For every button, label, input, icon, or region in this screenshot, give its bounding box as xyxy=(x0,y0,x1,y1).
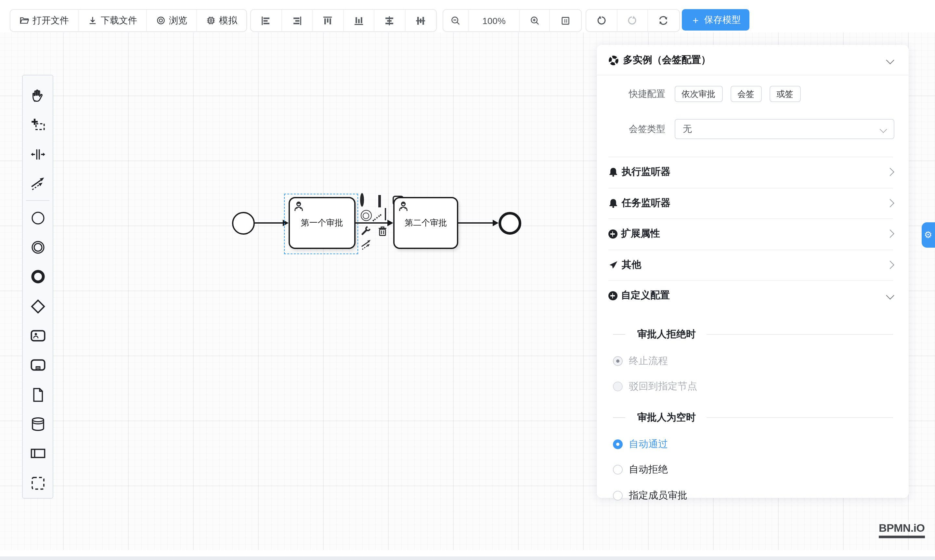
create-end-event-button[interactable] xyxy=(25,262,51,292)
end-event-shape[interactable] xyxy=(498,212,521,234)
preview-button[interactable]: 浏览 xyxy=(147,10,197,31)
fit-viewport-button[interactable] xyxy=(550,10,581,31)
save-model-button[interactable]: ＋ 保存模型 xyxy=(682,9,749,31)
section-label: 执行监听器 xyxy=(622,166,670,178)
zoom-level-display: 100% xyxy=(469,10,520,31)
global-connect-tool-icon xyxy=(29,176,46,192)
section-extension-properties[interactable]: 扩展属性 xyxy=(597,218,908,249)
trash-icon xyxy=(378,226,388,237)
create-data-store-button[interactable] xyxy=(25,409,51,439)
section-execution-listener[interactable]: 执行监听器 xyxy=(597,157,908,188)
connect-arrows-icon xyxy=(361,239,372,251)
panel-header[interactable]: 多实例（会签配置） xyxy=(597,45,908,75)
align-left-button[interactable] xyxy=(251,10,282,31)
create-subprocess-button[interactable] xyxy=(25,350,51,380)
sequence-flow-2[interactable] xyxy=(355,222,388,224)
empty-title: 审批人为空时 xyxy=(637,411,696,424)
quick-option-countersign-button[interactable]: 会签 xyxy=(730,86,761,102)
settings-tab-button[interactable]: ⚙ xyxy=(921,222,935,247)
sign-type-select[interactable]: 无 xyxy=(674,119,894,139)
redo-button[interactable] xyxy=(617,10,648,31)
palette-divider xyxy=(26,200,49,201)
lasso-tool-button[interactable] xyxy=(25,110,51,140)
task-1-shape[interactable]: 第一个审批 xyxy=(289,197,355,249)
space-tool-button[interactable] xyxy=(25,139,51,169)
section-custom-config[interactable]: 自定义配置 xyxy=(597,280,908,311)
quick-option-sequential-button[interactable]: 依次审批 xyxy=(674,86,723,102)
chevron-right-icon xyxy=(886,199,894,207)
section-task-listener[interactable]: 任务监听器 xyxy=(597,188,908,218)
create-user-task-button[interactable] xyxy=(25,321,51,351)
align-center-vertical-button[interactable] xyxy=(405,10,436,31)
zoom-in-icon xyxy=(529,15,540,26)
section-other[interactable]: 其他 xyxy=(597,249,908,280)
undo-button[interactable] xyxy=(586,10,617,31)
zoom-out-button[interactable] xyxy=(443,10,469,31)
sign-type-label: 会签类型 xyxy=(608,123,665,135)
chevron-down-icon xyxy=(886,56,894,64)
align-center-horizontal-button[interactable] xyxy=(374,10,405,31)
append-text-annotation-button[interactable] xyxy=(385,209,386,219)
hand-tool-button[interactable] xyxy=(25,81,51,110)
delete-element-button[interactable] xyxy=(378,226,388,237)
reject-divider: 审批人拒绝时 xyxy=(597,328,908,341)
radio-return-to-node[interactable]: 驳回到指定节点 xyxy=(597,380,908,393)
align-bottom-button[interactable] xyxy=(343,10,374,31)
eye-icon xyxy=(156,15,166,25)
undo-icon xyxy=(596,15,607,26)
refresh-button[interactable] xyxy=(648,10,679,31)
chip-icon xyxy=(206,15,216,25)
send-icon xyxy=(608,260,618,270)
bell-icon xyxy=(608,198,618,208)
quick-option-orsign-button[interactable]: 或签 xyxy=(769,86,800,102)
align-center-vertical-icon xyxy=(416,15,426,26)
simulate-button[interactable]: 模拟 xyxy=(197,10,246,31)
task-1-label: 第一个审批 xyxy=(301,217,343,229)
download-file-button[interactable]: 下载文件 xyxy=(78,10,147,31)
gear-icon: ⚙ xyxy=(924,229,932,240)
align-top-button[interactable] xyxy=(313,10,343,31)
text-annotation-icon xyxy=(385,208,386,220)
intermediate-event-icon xyxy=(29,239,46,255)
radio-label: 自动拒绝 xyxy=(629,463,668,476)
file-toolbar-group: 打开文件 下载文件 浏览 模拟 xyxy=(10,9,247,32)
bpmn-io-logo[interactable]: BPMN.iO xyxy=(879,523,924,538)
create-start-event-button[interactable] xyxy=(25,203,51,233)
sequence-flow-3[interactable] xyxy=(458,222,493,224)
append-intermediate-event-button[interactable] xyxy=(360,210,371,221)
preview-label: 浏览 xyxy=(169,15,187,26)
radio-assign-member[interactable]: 指定成员审批 xyxy=(597,489,908,502)
align-toolbar-group xyxy=(250,9,437,32)
radio-terminate-process[interactable]: 终止流程 xyxy=(597,355,908,368)
radio-label: 指定成员审批 xyxy=(629,489,687,502)
align-right-button[interactable] xyxy=(282,10,313,31)
change-element-button[interactable] xyxy=(361,226,371,236)
gateway-icon xyxy=(29,298,46,314)
radio-selected-disabled-icon xyxy=(613,356,622,366)
create-participant-button[interactable] xyxy=(25,439,51,469)
create-data-object-button[interactable] xyxy=(25,380,51,409)
create-group-button[interactable] xyxy=(25,468,51,498)
open-file-button[interactable]: 打开文件 xyxy=(11,10,78,31)
section-label: 自定义配置 xyxy=(621,289,670,302)
data-store-icon xyxy=(29,416,46,432)
task-2-shape[interactable]: 第二个审批 xyxy=(393,197,458,249)
sequence-flow-1[interactable] xyxy=(254,222,283,224)
global-connect-tool-button[interactable] xyxy=(25,169,51,198)
sign-type-row: 会签类型 无 xyxy=(597,119,908,139)
append-end-event-button[interactable] xyxy=(360,195,364,205)
refresh-icon xyxy=(658,15,669,26)
create-intermediate-event-button[interactable] xyxy=(25,233,51,262)
history-toolbar-group xyxy=(586,9,680,32)
zoom-in-button[interactable] xyxy=(520,10,550,31)
radio-auto-approve[interactable]: 自动通过 xyxy=(597,438,908,451)
reject-title: 审批人拒绝时 xyxy=(637,328,696,341)
save-model-label: 保存模型 xyxy=(704,14,741,26)
create-gateway-button[interactable] xyxy=(25,292,51,321)
connect-tool-button[interactable] xyxy=(361,239,372,251)
start-event-shape[interactable] xyxy=(232,212,254,234)
download-icon xyxy=(88,15,97,25)
lasso-tool-icon xyxy=(29,117,46,133)
append-gateway-button[interactable] xyxy=(378,196,381,206)
radio-auto-reject[interactable]: 自动拒绝 xyxy=(597,463,908,476)
